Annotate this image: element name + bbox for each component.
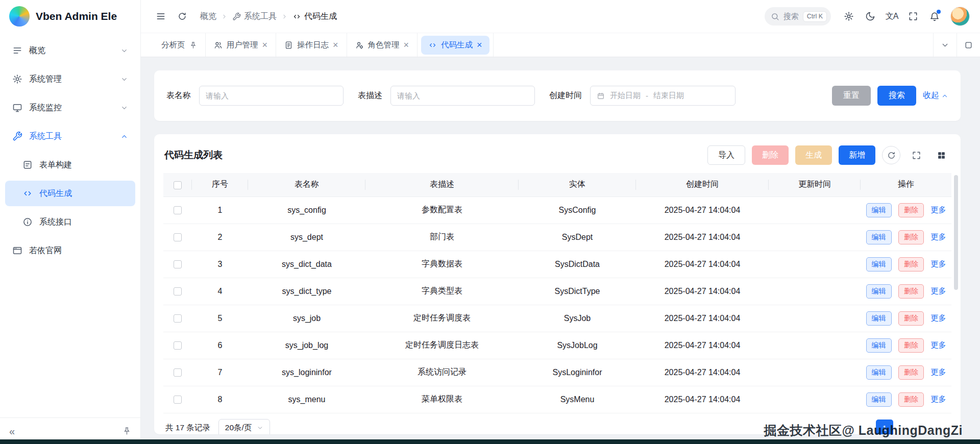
fullscreen-button[interactable]: [904, 8, 922, 25]
sidebar-item-label: 若依官网: [29, 245, 128, 256]
language-button[interactable]: 文A: [883, 8, 900, 25]
cell-index: 1: [192, 196, 248, 224]
breadcrumb-item-system-tools[interactable]: 系统工具: [232, 11, 277, 22]
tab-user-management[interactable]: 用户管理 ×: [206, 33, 277, 57]
edit-button[interactable]: 编辑: [866, 230, 892, 244]
row-checkbox[interactable]: [174, 396, 182, 404]
logo[interactable]: Vben Admin Ele: [0, 0, 140, 33]
tabs-dropdown-button[interactable]: [933, 33, 957, 57]
user-avatar[interactable]: [950, 7, 970, 26]
column-header: 创建时间: [636, 173, 769, 196]
delete-button[interactable]: 删除: [898, 230, 924, 244]
refresh-button[interactable]: [174, 8, 191, 25]
table-fullscreen-button[interactable]: [907, 146, 925, 164]
close-icon[interactable]: ×: [262, 40, 268, 50]
import-button[interactable]: 导入: [707, 145, 745, 165]
tab-code-generation[interactable]: 代码生成 ×: [418, 33, 494, 57]
sidebar-item-code-generation[interactable]: 代码生成: [5, 181, 135, 206]
more-button[interactable]: 更多: [930, 313, 946, 322]
edit-button[interactable]: 编辑: [866, 365, 892, 380]
pin-icon[interactable]: [189, 41, 197, 49]
add-button[interactable]: 新增: [839, 145, 875, 165]
row-checkbox[interactable]: [174, 314, 182, 323]
row-checkbox[interactable]: [174, 368, 182, 377]
edit-button[interactable]: 编辑: [866, 203, 892, 217]
row-checkbox[interactable]: [174, 287, 182, 295]
delete-button[interactable]: 删除: [898, 203, 924, 217]
notifications-button[interactable]: [926, 8, 943, 25]
more-button[interactable]: 更多: [930, 340, 946, 349]
sidebar-item-system-management[interactable]: 系统管理: [5, 66, 135, 92]
edit-button[interactable]: 编辑: [866, 257, 892, 272]
cell-table-name: sys_logininfor: [248, 359, 365, 386]
cell-table-desc: 部门表: [365, 224, 519, 251]
batch-delete-button[interactable]: 删除: [752, 145, 789, 165]
tab-operation-log[interactable]: 操作日志 ×: [276, 33, 347, 57]
more-button[interactable]: 更多: [930, 232, 946, 241]
reset-button[interactable]: 重置: [832, 86, 871, 106]
row-checkbox[interactable]: [174, 260, 182, 268]
generate-button[interactable]: 生成: [795, 145, 832, 165]
row-checkbox[interactable]: [174, 341, 182, 350]
row-checkbox[interactable]: [174, 233, 182, 241]
close-icon[interactable]: ×: [477, 40, 482, 50]
table-refresh-button[interactable]: [882, 146, 900, 164]
theme-toggle-button[interactable]: [862, 8, 879, 25]
delete-button[interactable]: 删除: [898, 392, 924, 407]
cell-index: 5: [192, 305, 248, 332]
table-name-field: 表名称: [166, 86, 344, 106]
tabs-maximize-button[interactable]: [957, 33, 980, 57]
edit-button[interactable]: 编辑: [866, 311, 892, 326]
breadcrumb-item-code-generation[interactable]: 代码生成: [292, 11, 337, 22]
table-name-input[interactable]: [199, 86, 344, 106]
close-icon[interactable]: ×: [404, 40, 409, 50]
sidebar-item-system-monitor[interactable]: 系统监控: [5, 95, 135, 120]
sidebar-item-system-tools[interactable]: 系统工具: [5, 124, 135, 149]
cell-create-time: 2025-04-27 14:04:04: [636, 386, 769, 413]
breadcrumb-item-overview[interactable]: 概览: [200, 11, 216, 22]
delete-button[interactable]: 删除: [898, 257, 924, 272]
edit-button[interactable]: 编辑: [866, 338, 892, 353]
global-search[interactable]: 搜索 Ctrl K: [765, 7, 831, 26]
sidebar-collapse-button[interactable]: «: [9, 426, 15, 436]
delete-button[interactable]: 删除: [898, 311, 924, 326]
cell-table-desc: 菜单权限表: [365, 386, 519, 413]
delete-button[interactable]: 删除: [898, 284, 924, 299]
select-all-checkbox[interactable]: [174, 181, 182, 189]
table-desc-input[interactable]: [390, 86, 535, 106]
page-1-button[interactable]: 1: [876, 420, 893, 435]
column-settings-button[interactable]: [932, 146, 950, 164]
edit-button[interactable]: 编辑: [866, 392, 892, 407]
more-button[interactable]: 更多: [930, 286, 946, 295]
page-size-select[interactable]: 20条/页: [218, 419, 271, 435]
edit-button[interactable]: 编辑: [866, 284, 892, 299]
close-icon[interactable]: ×: [333, 40, 338, 50]
tab-analysis[interactable]: 分析页: [153, 33, 206, 57]
delete-button[interactable]: 删除: [898, 365, 924, 380]
create-time-range-picker[interactable]: 开始日期 - 结束日期: [590, 86, 736, 106]
table-scrollbar[interactable]: [954, 175, 958, 434]
search-button[interactable]: 搜索: [877, 86, 916, 106]
sidebar-item-system-api[interactable]: 系统接口: [5, 209, 135, 235]
create-time-field: 创建时间 开始日期 - 结束日期: [549, 86, 736, 106]
more-button[interactable]: 更多: [930, 394, 946, 403]
cell-actions: 编辑 删除 更多: [861, 196, 951, 224]
topbar-actions: 搜索 Ctrl K 文A: [765, 7, 970, 26]
sidebar-item-form-builder[interactable]: 表单构建: [5, 152, 135, 178]
cell-index: 4: [192, 278, 248, 305]
scrollbar-thumb[interactable]: [954, 175, 958, 290]
menu-toggle-button[interactable]: [152, 8, 169, 25]
sidebar-item-ruoyi-site[interactable]: 若依官网: [5, 238, 135, 263]
table-row: 6 sys_job_log 定时任务调度日志表 SysJobLog 2025-0…: [163, 332, 951, 359]
more-button[interactable]: 更多: [930, 367, 946, 376]
row-checkbox[interactable]: [174, 206, 182, 214]
collapse-filter-button[interactable]: 收起: [923, 90, 948, 101]
main-area: 概览 系统工具 代码生成 搜索 Ctrl K: [141, 0, 980, 444]
delete-button[interactable]: 删除: [898, 338, 924, 353]
more-button[interactable]: 更多: [930, 205, 946, 214]
sidebar-item-overview[interactable]: 概览: [5, 38, 135, 63]
more-button[interactable]: 更多: [930, 259, 946, 268]
pin-icon[interactable]: [122, 427, 131, 435]
settings-button[interactable]: [840, 8, 857, 25]
tab-role-management[interactable]: 角色管理 ×: [347, 33, 418, 57]
